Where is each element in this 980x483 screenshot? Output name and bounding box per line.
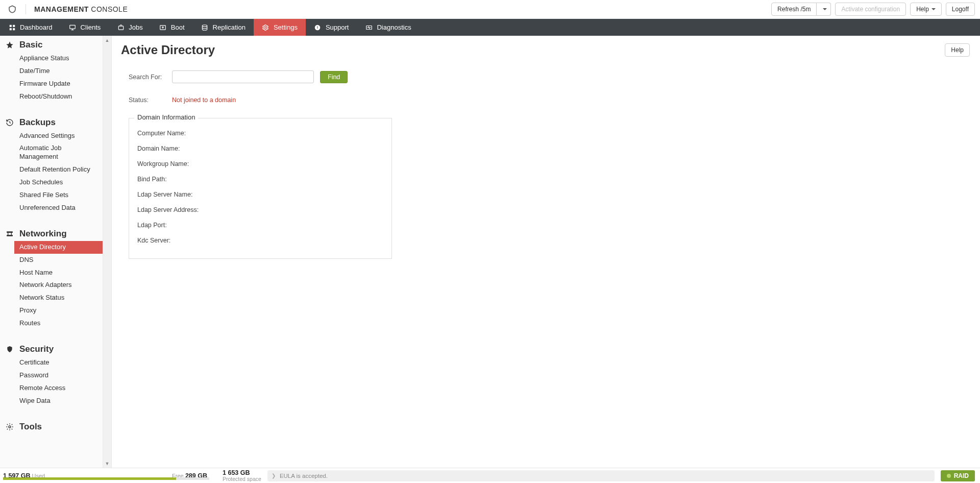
page-title: Active Directory — [121, 43, 215, 57]
sidebar-item-certificate[interactable]: Certificate — [0, 356, 103, 369]
divider — [26, 4, 26, 14]
sidebar-item-default-retention[interactable]: Default Retention Policy — [0, 163, 103, 176]
sidebar-section-title: Basic — [19, 40, 42, 50]
logoff-button[interactable]: Logoff — [946, 3, 975, 16]
chevron-right-icon: ❯ — [272, 473, 276, 478]
clients-icon — [69, 24, 77, 31]
nav-label: Clients — [81, 23, 101, 31]
sidebar-item-advanced-settings[interactable]: Advanced Settings — [0, 130, 103, 142]
sidebar-item-unreferenced-data[interactable]: Unreferenced Data — [0, 202, 103, 214]
search-label: Search For: — [129, 74, 172, 81]
jobs-icon — [117, 24, 125, 31]
search-input[interactable] — [172, 70, 314, 83]
history-icon — [5, 118, 14, 127]
nav-support[interactable]: i Support — [306, 19, 357, 36]
sidebar-item-network-status[interactable]: Network Status — [0, 292, 103, 304]
svg-text:i: i — [317, 26, 318, 29]
sidebar-header-tools[interactable]: Tools — [0, 407, 103, 434]
nav-label: Replication — [213, 23, 246, 31]
sidebar-scrollbar[interactable]: ▲ ▼ — [103, 36, 111, 468]
info-bind-path: Bind Path: — [137, 172, 383, 187]
sidebar-item-remote-access[interactable]: Remote Access — [0, 382, 103, 395]
chevron-down-icon — [932, 8, 936, 10]
tools-icon — [5, 423, 14, 431]
nav-diagnostics[interactable]: Diagnostics — [357, 19, 419, 36]
svg-point-7 — [202, 25, 207, 27]
sidebar-item-host-name[interactable]: Host Name — [0, 267, 103, 279]
nav-jobs[interactable]: Jobs — [109, 19, 151, 36]
sidebar-header-networking[interactable]: Networking — [0, 214, 103, 241]
sidebar-item-reboot-shutdown[interactable]: Reboot/Shutdown — [0, 90, 103, 103]
find-button[interactable]: Find — [320, 71, 348, 83]
sidebar-item-shared-file-sets[interactable]: Shared File Sets — [0, 189, 103, 202]
sidebar-item-datetime[interactable]: Date/Time — [0, 65, 103, 78]
sidebar-section-title: Backups — [19, 117, 56, 128]
svg-rect-12 — [7, 231, 13, 233]
info-kdc-server: Kdc Server: — [137, 233, 383, 248]
form-area: Search For: Find Status: Not joined to a… — [121, 70, 970, 259]
sidebar-header-backups[interactable]: Backups — [0, 103, 103, 130]
diagnostics-icon — [365, 24, 373, 31]
svg-point-14 — [9, 426, 11, 428]
nav-label: Settings — [274, 23, 298, 31]
info-ldap-server-address: Ldap Server Address: — [137, 202, 383, 218]
sidebar-section-title: Tools — [19, 422, 42, 432]
sidebar-header-basic[interactable]: Basic — [0, 36, 103, 52]
info-ldap-port: Ldap Port: — [137, 218, 383, 233]
nav-label: Jobs — [129, 23, 142, 31]
protected-value: 1 653 GB — [223, 469, 250, 476]
sidebar-item-active-directory[interactable]: Active Directory — [14, 241, 103, 254]
chevron-down-icon — [823, 8, 827, 10]
eula-status-bar[interactable]: ❯ EULA is accepted. — [267, 470, 935, 481]
status-label: Status: — [129, 96, 172, 104]
support-icon: i — [314, 24, 322, 31]
footer: 1 597 GBUsed Free 289 GB 1 653 GB Protec… — [0, 468, 980, 483]
refresh-button-group[interactable]: Refresh /5m — [771, 3, 831, 16]
sidebar-item-routes[interactable]: Routes — [0, 317, 103, 330]
raid-label: RAID — [954, 472, 969, 479]
sidebar-item-appliance-status[interactable]: Appliance Status — [0, 52, 103, 65]
nav-replication[interactable]: Replication — [193, 19, 254, 36]
brand-sub: CONSOLE — [89, 5, 128, 13]
svg-rect-13 — [7, 235, 13, 236]
svg-rect-4 — [70, 25, 76, 29]
dashboard-icon — [8, 24, 16, 31]
raid-status[interactable]: RAID — [941, 470, 975, 481]
sidebar-item-network-adapters[interactable]: Network Adapters — [0, 279, 103, 292]
sidebar-item-job-schedules[interactable]: Job Schedules — [0, 176, 103, 189]
eula-text: EULA is accepted. — [280, 473, 328, 479]
nav-boot[interactable]: Boot — [151, 19, 193, 36]
nav-bar: Dashboard Clients Jobs Boot Replication … — [0, 19, 980, 36]
nav-settings[interactable]: Settings — [254, 19, 306, 36]
protected-space: 1 653 GB Protected space — [223, 469, 261, 482]
svg-rect-2 — [9, 28, 11, 30]
storage-bar-fill — [3, 477, 176, 480]
star-icon — [5, 41, 14, 49]
nav-clients[interactable]: Clients — [61, 19, 109, 36]
svg-rect-5 — [118, 26, 123, 30]
info-computer-name: Computer Name: — [137, 126, 383, 141]
refresh-button[interactable]: Refresh /5m — [771, 3, 817, 16]
top-bar-actions: Refresh /5m Activate configuration Help … — [771, 3, 980, 16]
sidebar-item-auto-job-mgmt[interactable]: Automatic Job Management — [0, 142, 103, 163]
status-row: Status: Not joined to a domain — [129, 96, 970, 104]
activate-configuration-button[interactable]: Activate configuration — [835, 3, 906, 16]
nav-label: Dashboard — [20, 23, 53, 31]
help-menu-button[interactable]: Help — [910, 3, 942, 16]
protected-label: Protected space — [223, 476, 261, 482]
sidebar-item-password[interactable]: Password — [0, 369, 103, 382]
storage-bar — [3, 477, 209, 480]
scroll-down-icon[interactable]: ▼ — [103, 459, 111, 468]
page-help-button[interactable]: Help — [945, 43, 970, 57]
refresh-menu-toggle[interactable] — [817, 3, 831, 16]
sidebar-item-dns[interactable]: DNS — [0, 254, 103, 267]
sidebar-item-proxy[interactable]: Proxy — [0, 304, 103, 317]
sidebar-item-firmware-update[interactable]: Firmware Update — [0, 78, 103, 90]
nav-dashboard[interactable]: Dashboard — [0, 19, 61, 36]
domain-information-fieldset: Domain Information Computer Name: Domain… — [129, 118, 392, 259]
scroll-up-icon[interactable]: ▲ — [103, 36, 111, 44]
sidebar-header-security[interactable]: Security — [0, 330, 103, 356]
nav-label: Boot — [171, 23, 185, 31]
sidebar-item-wipe-data[interactable]: Wipe Data — [0, 395, 103, 407]
logo-icon — [7, 4, 17, 14]
